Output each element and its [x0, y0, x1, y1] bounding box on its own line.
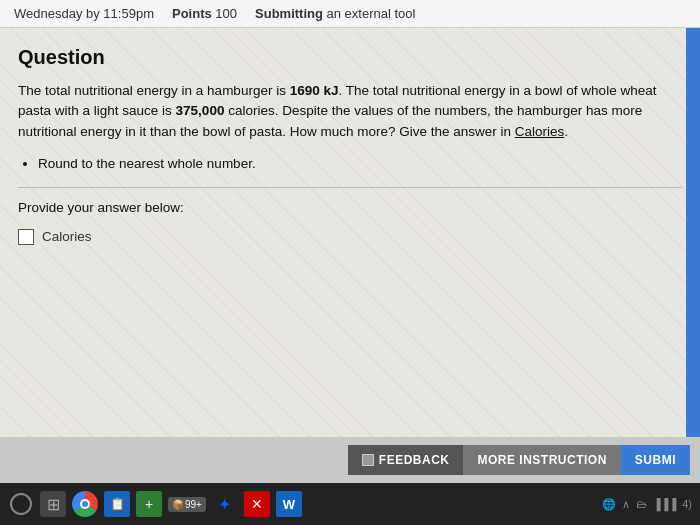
badge-icon: 📦 — [172, 499, 184, 510]
hamburger-energy: 1690 kJ — [290, 83, 339, 98]
points-section: Points 100 — [172, 6, 237, 21]
taskbar: ⊞ 📋 + 📦 99+ ✦ ✕ W 🌐 ∧ 🗁 ▐▐▐ 4) — [0, 483, 700, 525]
taskbar-network-icon: 🌐 — [602, 498, 616, 511]
taskbar-folder-icon: 🗁 — [636, 498, 647, 510]
action-bar: FEEDBACK MORE INSTRUCTION SUBMI — [0, 437, 700, 483]
top-bar: Wednesday by 11:59pm Points 100 Submitti… — [0, 0, 700, 28]
question-text: The total nutritional energy in a hambur… — [18, 81, 682, 142]
due-date: Wednesday by 11:59pm — [14, 6, 154, 21]
answer-unit-inline: Calories — [515, 124, 565, 139]
provide-label: Provide your answer below: — [18, 187, 682, 215]
submitting-section: Submitting an external tool — [255, 6, 415, 21]
question-title: Question — [18, 46, 682, 69]
answer-checkbox[interactable] — [18, 229, 34, 245]
taskbar-close-icon[interactable]: ✕ — [244, 491, 270, 517]
more-instruction-button[interactable]: MORE INSTRUCTION — [463, 445, 620, 475]
bullet-list: Round to the nearest whole number. — [38, 156, 682, 171]
taskbar-right: 🌐 ∧ 🗁 ▐▐▐ 4) — [602, 498, 692, 511]
taskbar-blue-item[interactable]: 📋 — [104, 491, 130, 517]
submit-button[interactable]: SUBMI — [621, 445, 690, 475]
pasta-energy: 375,000 — [176, 103, 225, 118]
taskbar-up-icon: ∧ — [622, 498, 630, 511]
answer-row: Calories — [18, 229, 682, 245]
main-content: Question The total nutritional energy in… — [0, 28, 700, 437]
taskbar-chrome-icon[interactable] — [72, 491, 98, 517]
bullet-item: Round to the nearest whole number. — [38, 156, 682, 171]
submitting-label: Submitting — [255, 6, 323, 21]
points-value: 100 — [215, 6, 237, 21]
taskbar-dropbox[interactable]: ✦ — [212, 491, 238, 517]
taskbar-green-item[interactable]: + — [136, 491, 162, 517]
points-label: Points — [172, 6, 212, 21]
right-blue-bar — [686, 28, 700, 437]
taskbar-signal-icon: ▐▐▐ — [653, 498, 676, 510]
submitting-value: an external tool — [327, 6, 416, 21]
taskbar-filemanager[interactable]: ⊞ — [40, 491, 66, 517]
chrome-inner — [80, 499, 90, 509]
start-circle-icon — [10, 493, 32, 515]
calories-unit-label: Calories — [42, 229, 92, 244]
text-part1: The total nutritional energy in a hambur… — [18, 83, 290, 98]
taskbar-volume-icon: 4) — [682, 498, 692, 510]
feedback-label: FEEDBACK — [379, 453, 450, 467]
badge-number: 99+ — [185, 499, 202, 510]
taskbar-start[interactable] — [8, 491, 34, 517]
feedback-button[interactable]: FEEDBACK — [348, 445, 464, 475]
taskbar-word-icon[interactable]: W — [276, 491, 302, 517]
feedback-icon — [362, 454, 374, 466]
taskbar-badge[interactable]: 📦 99+ — [168, 497, 206, 512]
